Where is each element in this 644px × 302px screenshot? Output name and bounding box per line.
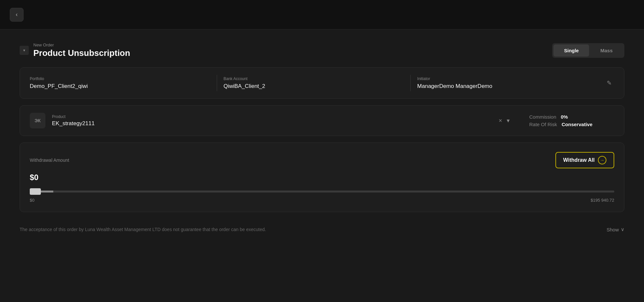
- mode-toggle: Single Mass: [552, 43, 624, 58]
- show-label: Show: [606, 227, 619, 232]
- withdrawal-card: Withdrawal Amount Withdraw All → $0 $0 $…: [20, 143, 624, 212]
- withdraw-all-arrow-icon: →: [598, 156, 606, 164]
- withdraw-all-label: Withdraw All: [563, 157, 595, 163]
- show-chevron-icon: ∨: [621, 226, 624, 232]
- mass-mode-button[interactable]: Mass: [590, 44, 623, 57]
- single-mode-button[interactable]: Single: [553, 44, 589, 57]
- main-content: ▾ New Order Product Unsubscription Singl…: [0, 29, 644, 249]
- slider-max-label: $195 940.72: [591, 198, 614, 203]
- rate-of-risk-row: Rate Of Risk Conservative: [529, 122, 614, 127]
- edit-icon[interactable]: ✎: [604, 77, 614, 89]
- product-label: Product: [52, 114, 492, 119]
- bank-account-label: Bank Account: [224, 76, 404, 81]
- order-title-section: ▾ New Order Product Unsubscription: [20, 42, 130, 58]
- initiator-field: Initiator ManagerDemo ManagerDemo: [411, 76, 604, 90]
- product-value: EK_strategy2111: [52, 120, 492, 127]
- rate-of-risk-label: Rate Of Risk: [529, 122, 557, 127]
- collapse-icon: ▾: [23, 48, 25, 53]
- collapse-button[interactable]: ▾: [20, 46, 29, 55]
- order-header: ▾ New Order Product Unsubscription Singl…: [20, 42, 624, 58]
- slider-container: [30, 188, 614, 194]
- order-title-text: New Order Product Unsubscription: [33, 42, 130, 58]
- product-row: ЭК Product EK_strategy2111 × ▾ Commissio…: [30, 113, 614, 128]
- disclaimer-text: The acceptance of this order by Luna Wea…: [20, 227, 606, 232]
- withdrawal-slider[interactable]: [30, 191, 614, 193]
- slider-min-label: $0: [30, 198, 34, 203]
- product-actions: × ▾: [499, 117, 510, 124]
- product-selector: Product EK_strategy2111: [52, 114, 492, 127]
- clear-icon[interactable]: ×: [499, 117, 502, 124]
- top-bar: ‹: [0, 0, 644, 29]
- order-subtitle: New Order: [33, 42, 130, 47]
- bank-account-value: QiwiBA_Client_2: [224, 83, 404, 90]
- product-meta: Commission 0% Rate Of Risk Conservative: [516, 114, 614, 127]
- disclaimer: The acceptance of this order by Luna Wea…: [20, 220, 624, 236]
- initiator-value: ManagerDemo ManagerDemo: [417, 83, 598, 90]
- dropdown-icon[interactable]: ▾: [507, 117, 510, 124]
- show-button[interactable]: Show ∨: [606, 226, 624, 232]
- portfolio-label: Portfolio: [30, 76, 210, 81]
- rate-of-risk-value: Conservative: [562, 122, 592, 127]
- withdrawal-label: Withdrawal Amount: [30, 158, 69, 163]
- withdrawal-amount: $0: [30, 173, 614, 182]
- withdrawal-top: Withdrawal Amount Withdraw All →: [30, 152, 614, 168]
- back-icon: ‹: [16, 11, 18, 18]
- info-card: Portfolio Demo_PF_Client2_qiwi Bank Acco…: [20, 67, 624, 99]
- portfolio-field: Portfolio Demo_PF_Client2_qiwi: [30, 76, 217, 90]
- portfolio-value: Demo_PF_Client2_qiwi: [30, 83, 210, 90]
- withdraw-all-button[interactable]: Withdraw All →: [555, 152, 614, 168]
- commission-row: Commission 0%: [529, 114, 614, 120]
- product-card: ЭК Product EK_strategy2111 × ▾ Commissio…: [20, 105, 624, 136]
- page-title: Product Unsubscription: [33, 48, 130, 58]
- commission-label: Commission: [529, 114, 556, 120]
- bank-account-field: Bank Account QiwiBA_Client_2: [217, 76, 411, 90]
- slider-labels: $0 $195 940.72: [30, 198, 614, 203]
- back-button[interactable]: ‹: [10, 8, 24, 22]
- product-icon: ЭК: [30, 113, 45, 128]
- commission-value: 0%: [561, 114, 568, 120]
- initiator-label: Initiator: [417, 76, 598, 81]
